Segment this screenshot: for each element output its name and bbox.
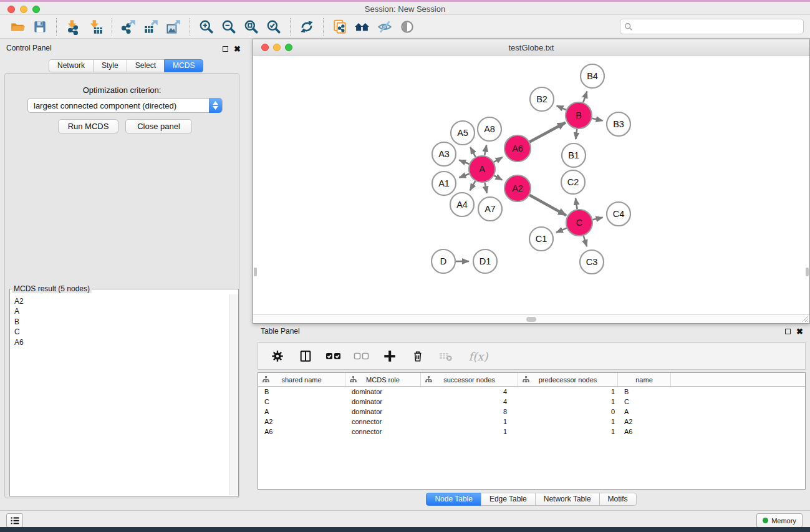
- column-header-name[interactable]: name: [618, 373, 671, 386]
- graph-node-B4[interactable]: B4: [581, 64, 604, 88]
- clone-network-button[interactable]: [329, 17, 351, 37]
- table-panel-float-icon[interactable]: [785, 329, 791, 334]
- import-network-button[interactable]: [62, 17, 84, 37]
- graph-edge-A-A4[interactable]: [470, 181, 476, 190]
- close-panel-button[interactable]: Close panel: [125, 119, 192, 133]
- search-field[interactable]: [620, 19, 804, 34]
- graph-edge-A-A2[interactable]: [494, 176, 502, 180]
- table-row[interactable]: Adominator80A: [258, 407, 805, 417]
- table-row[interactable]: A6connector11A6: [258, 427, 805, 437]
- tab-style[interactable]: Style: [93, 59, 127, 72]
- tab-network-table[interactable]: Network Table: [535, 493, 600, 506]
- export-table-button[interactable]: [140, 17, 162, 37]
- graph-edge-A-A8[interactable]: [485, 145, 486, 156]
- table-row[interactable]: A2connector11A2: [258, 417, 805, 427]
- table-row[interactable]: Bdominator41B: [258, 387, 805, 397]
- show-all-button[interactable]: [396, 17, 418, 37]
- graph-edge-A-A3[interactable]: [459, 160, 469, 164]
- horizontal-scrollbar-thumb[interactable]: [526, 317, 536, 322]
- function-builder-button[interactable]: f(x): [466, 348, 491, 364]
- result-item[interactable]: B: [14, 317, 229, 327]
- table-row[interactable]: Cdominator41C: [258, 397, 805, 407]
- zoom-selected-button[interactable]: [263, 17, 285, 37]
- network-graph[interactable]: AA1A3A5A8A4A7A6A2BB1B2B3B4CC1C2C3C4DD1: [253, 56, 809, 314]
- delete-table-button[interactable]: [438, 348, 454, 364]
- table-panel-close-icon[interactable]: ✖: [796, 327, 803, 336]
- graph-edge-C-C4[interactable]: [592, 218, 602, 220]
- column-header-predecessor-nodes[interactable]: predecessor nodes: [518, 373, 618, 386]
- graph-edge-A2-C[interactable]: [529, 195, 566, 216]
- network-canvas[interactable]: AA1A3A5A8A4A7A6A2BB1B2B3B4CC1C2C3C4DD1: [253, 56, 809, 314]
- graph-node-A5[interactable]: A5: [451, 121, 475, 145]
- result-scrollbar[interactable]: [229, 294, 238, 495]
- split-view-button[interactable]: [297, 348, 314, 364]
- zoom-out-button[interactable]: [218, 17, 240, 37]
- table-settings-button[interactable]: [269, 348, 286, 364]
- delete-column-button[interactable]: [410, 348, 426, 364]
- graph-node-A3[interactable]: A3: [432, 142, 456, 166]
- export-image-button[interactable]: [162, 17, 185, 37]
- tab-node-table[interactable]: Node Table: [426, 493, 481, 506]
- graph-edge-A-A1[interactable]: [459, 174, 469, 178]
- graph-node-A[interactable]: A: [469, 156, 495, 182]
- graph-edge-C-C3[interactable]: [584, 236, 587, 246]
- zoom-in-button[interactable]: [195, 17, 218, 37]
- graph-edge-C-C1[interactable]: [556, 228, 567, 233]
- graph-node-C1[interactable]: C1: [529, 227, 553, 251]
- tab-edge-table[interactable]: Edge Table: [481, 493, 536, 506]
- graph-edge-B-B2[interactable]: [557, 105, 566, 110]
- graph-edge-A6-B[interactable]: [529, 122, 566, 142]
- search-input[interactable]: [633, 22, 803, 32]
- task-history-button[interactable]: [6, 513, 23, 528]
- graph-node-C3[interactable]: C3: [580, 250, 604, 274]
- select-all-button[interactable]: [325, 348, 342, 364]
- graph-node-A1[interactable]: A1: [432, 172, 456, 195]
- column-header-MCDS-role[interactable]: MCDS role: [345, 373, 421, 386]
- graph-node-A4[interactable]: A4: [450, 193, 474, 216]
- graph-node-A8[interactable]: A8: [478, 117, 501, 141]
- optimization-criterion-select[interactable]: largest connected component (directed): [27, 98, 223, 113]
- memory-button[interactable]: Memory: [756, 513, 803, 528]
- run-mcds-button[interactable]: Run MCDS: [58, 119, 118, 133]
- graph-node-C2[interactable]: C2: [561, 170, 585, 194]
- resize-grip-icon[interactable]: [801, 315, 809, 322]
- graph-node-B2[interactable]: B2: [530, 87, 554, 111]
- graph-node-B3[interactable]: B3: [607, 112, 630, 136]
- result-item[interactable]: A2: [14, 296, 229, 306]
- result-item[interactable]: A: [14, 306, 229, 316]
- refresh-button[interactable]: [296, 17, 318, 37]
- graph-edge-B-B4[interactable]: [583, 92, 587, 103]
- tab-mcds[interactable]: MCDS: [164, 59, 203, 72]
- control-panel-float-icon[interactable]: [223, 46, 228, 52]
- deselect-all-button[interactable]: [354, 348, 370, 364]
- add-column-button[interactable]: [382, 348, 398, 364]
- graph-node-C4[interactable]: C4: [607, 202, 630, 226]
- graph-node-C[interactable]: C: [566, 210, 592, 236]
- graph-edge-A-A6[interactable]: [494, 157, 503, 162]
- graph-node-A6[interactable]: A6: [504, 135, 531, 162]
- result-item[interactable]: A6: [14, 337, 229, 347]
- graph-node-A7[interactable]: A7: [478, 197, 502, 221]
- graph-node-B[interactable]: B: [566, 102, 592, 128]
- left-scrollbar-thumb[interactable]: [254, 268, 257, 276]
- graph-edge-B-B3[interactable]: [592, 118, 602, 121]
- graph-node-A2[interactable]: A2: [504, 175, 531, 201]
- titlebar[interactable]: Session: New Session: [0, 0, 810, 15]
- save-session-button[interactable]: [29, 17, 51, 37]
- column-header-shared-name[interactable]: shared name: [258, 373, 345, 386]
- zoom-fit-button[interactable]: [240, 17, 263, 37]
- horizontal-scrollbar[interactable]: [253, 314, 809, 323]
- graph-edge-C-C2[interactable]: [576, 198, 577, 210]
- export-network-button[interactable]: [117, 17, 140, 37]
- right-scrollbar-thumb[interactable]: [806, 268, 809, 276]
- graph-node-D[interactable]: D: [432, 249, 455, 273]
- home-button[interactable]: [351, 17, 374, 37]
- graph-node-B1[interactable]: B1: [562, 143, 586, 167]
- column-header-successor-nodes[interactable]: successor nodes: [421, 373, 518, 386]
- import-table-button[interactable]: [84, 17, 107, 37]
- tab-network[interactable]: Network: [49, 59, 94, 72]
- hide-selected-button[interactable]: [374, 17, 396, 37]
- graph-edge-A-A7[interactable]: [485, 183, 486, 193]
- open-session-button[interactable]: [6, 17, 29, 37]
- tab-select[interactable]: Select: [127, 59, 165, 72]
